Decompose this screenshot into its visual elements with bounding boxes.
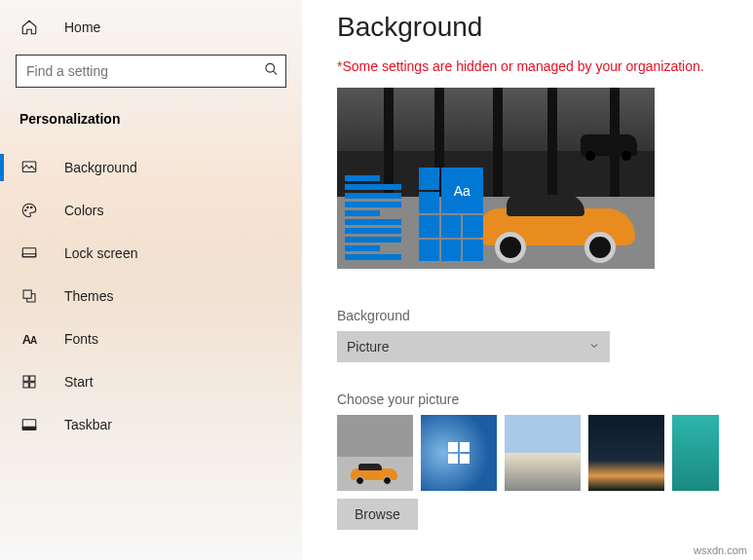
svg-rect-9 — [30, 376, 35, 381]
svg-rect-6 — [22, 254, 36, 257]
section-title: Personalization — [0, 97, 302, 136]
svg-rect-11 — [30, 383, 35, 388]
picture-thumb[interactable] — [672, 415, 719, 491]
picture-thumb[interactable] — [505, 415, 581, 491]
sidebar-item-label: Colors — [64, 203, 103, 218]
sidebar-item-fonts[interactable]: AA Fonts — [0, 317, 302, 360]
search-icon — [264, 62, 279, 81]
home-icon — [19, 18, 39, 37]
sidebar-item-label: Start — [64, 374, 94, 390]
picture-icon — [19, 158, 39, 177]
warning-message: *Some settings are hidden or managed by … — [337, 56, 734, 76]
palette-icon — [19, 201, 39, 220]
sidebar-item-label: Background — [64, 160, 137, 175]
svg-rect-16 — [448, 454, 458, 464]
sidebar-item-themes[interactable]: Themes — [0, 275, 302, 317]
search-input[interactable] — [16, 55, 286, 88]
sidebar-item-colors[interactable]: Colors — [0, 189, 302, 232]
page-title: Background — [337, 12, 734, 43]
picture-thumb[interactable] — [588, 415, 664, 491]
lock-screen-icon — [19, 243, 39, 263]
sidebar-item-taskbar[interactable]: Taskbar — [0, 403, 302, 446]
sidebar-item-label: Themes — [64, 288, 114, 304]
home-button[interactable]: Home — [0, 10, 302, 45]
browse-button[interactable]: Browse — [337, 499, 418, 530]
fonts-icon: AA — [19, 329, 39, 349]
themes-icon — [19, 286, 39, 306]
content: Background *Some settings are hidden or … — [302, 0, 753, 560]
sidebar-item-background[interactable]: Background — [0, 146, 302, 189]
svg-point-3 — [27, 206, 29, 208]
background-preview: Aa — [337, 88, 655, 269]
watermark: wsxdn.com — [694, 544, 747, 556]
svg-rect-15 — [460, 442, 470, 452]
sidebar-item-lock-screen[interactable]: Lock screen — [0, 232, 302, 275]
sample-text-tile: Aa — [441, 168, 483, 213]
background-dropdown[interactable]: Picture — [337, 331, 610, 362]
svg-rect-17 — [460, 454, 470, 464]
svg-point-4 — [31, 206, 33, 208]
sidebar-item-start[interactable]: Start — [0, 360, 302, 403]
sidebar-item-label: Taskbar — [64, 417, 112, 432]
start-icon — [19, 372, 39, 392]
picture-thumb[interactable] — [421, 415, 497, 491]
svg-rect-8 — [23, 376, 28, 381]
home-label: Home — [64, 19, 100, 35]
svg-rect-10 — [23, 383, 28, 388]
choose-picture-label: Choose your picture — [337, 392, 734, 407]
svg-rect-13 — [22, 427, 36, 429]
start-overlay: Aa — [345, 168, 483, 261]
svg-rect-14 — [448, 442, 458, 452]
background-field-label: Background — [337, 308, 734, 323]
svg-rect-5 — [22, 248, 36, 257]
sidebar: Home Personalization Background Colors — [0, 0, 302, 560]
background-dropdown-value: Picture — [347, 339, 390, 355]
taskbar-icon — [19, 415, 39, 434]
picture-thumbnails — [337, 415, 719, 491]
svg-point-0 — [266, 63, 275, 72]
chevron-down-icon — [588, 339, 600, 355]
svg-point-2 — [25, 209, 27, 211]
search-wrap — [16, 55, 286, 88]
picture-thumb[interactable] — [337, 415, 413, 491]
sidebar-item-label: Fonts — [64, 331, 98, 347]
svg-rect-7 — [23, 290, 31, 298]
sidebar-item-label: Lock screen — [64, 245, 137, 261]
